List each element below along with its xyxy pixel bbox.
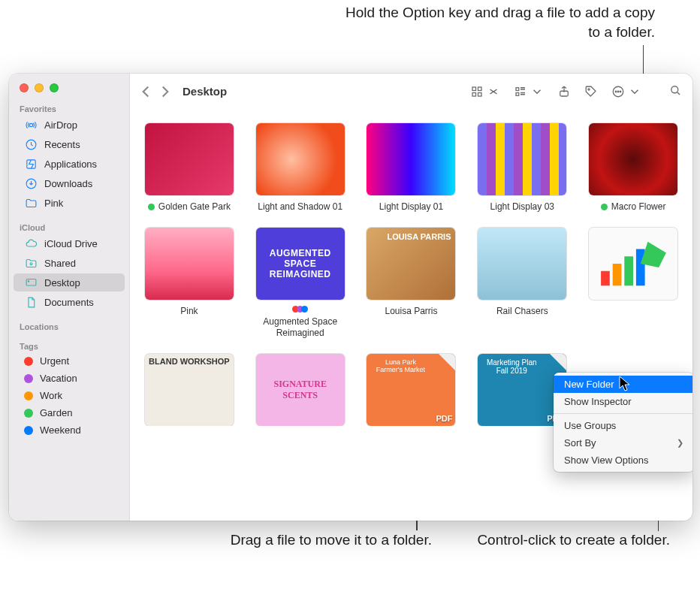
tag-label: Work <box>40 390 62 401</box>
sidebar-item-label: AirDrop <box>44 119 77 131</box>
context-menu-show-view-options[interactable]: Show View Options <box>554 452 692 469</box>
svg-rect-21 <box>613 264 622 285</box>
maximize-button[interactable] <box>50 83 59 92</box>
sidebar-item-label: Shared <box>44 258 76 269</box>
file-item[interactable]: BLAND WORKSHOP <box>142 354 237 426</box>
window-title: Desktop <box>183 85 227 98</box>
file-item[interactable] <box>586 228 680 339</box>
tag-dot-icon <box>24 391 33 400</box>
svg-point-4 <box>30 262 32 264</box>
thumbnail: AUGMENTED SPACE REIMAGINED <box>256 228 345 300</box>
cursor-icon <box>619 376 632 392</box>
svg-rect-9 <box>472 92 476 96</box>
pdf-badge: PDF <box>436 414 452 423</box>
close-button[interactable] <box>20 83 29 92</box>
toolbar: Desktop <box>130 74 692 110</box>
menu-separator <box>554 413 692 414</box>
sidebar-item-label: iCloud Drive <box>44 238 98 249</box>
forward-button[interactable] <box>155 81 175 102</box>
file-label: Pink <box>180 306 198 317</box>
context-menu-use-groups[interactable]: Use Groups <box>554 417 692 434</box>
file-item[interactable]: Luna Park Farmer's Market PDF <box>364 354 459 426</box>
file-item[interactable]: SIGNATURE SCENTS <box>253 354 348 426</box>
search-button[interactable] <box>668 83 682 99</box>
more-button[interactable] <box>611 81 641 102</box>
file-label: Light Display 03 <box>490 201 554 213</box>
tag-dot-icon <box>148 204 155 210</box>
tag-item-urgent[interactable]: Urgent <box>14 353 125 369</box>
svg-rect-10 <box>478 92 482 96</box>
tag-dot-icon <box>24 409 33 418</box>
file-item[interactable]: Rail Chasers <box>475 228 569 339</box>
file-label: Macro Flower <box>601 201 666 213</box>
tag-item-work[interactable]: Work <box>14 388 125 403</box>
svg-point-6 <box>28 280 29 281</box>
multi-tag-icon <box>292 306 308 313</box>
tag-item-garden[interactable]: Garden <box>14 405 125 421</box>
tag-item-vacation[interactable]: Vacation <box>14 370 125 386</box>
thumbnail <box>145 123 234 195</box>
file-item[interactable]: Pink <box>142 228 237 339</box>
view-mode-button[interactable] <box>470 81 500 102</box>
sidebar-item-airdrop[interactable]: AirDrop <box>14 116 125 134</box>
icloud-header: iCloud <box>9 219 129 234</box>
group-by-button[interactable] <box>514 81 544 102</box>
file-item[interactable]: Light Display 03 <box>475 123 569 213</box>
file-item[interactable]: LOUISA PARRIS Louisa Parris <box>364 228 459 339</box>
minimize-button[interactable] <box>35 83 44 92</box>
tags-button[interactable] <box>584 81 598 102</box>
context-menu-show-inspector[interactable]: Show Inspector <box>554 393 692 410</box>
tag-dot-icon <box>601 204 608 210</box>
file-label: Rail Chasers <box>496 306 548 317</box>
file-item[interactable]: Golden Gate Park <box>142 123 237 213</box>
tag-item-weekend[interactable]: Weekend <box>14 422 125 438</box>
file-item[interactable]: Light and Shadow 01 <box>253 123 348 213</box>
svg-rect-12 <box>516 92 519 95</box>
share-button[interactable] <box>557 81 571 102</box>
shared-folder-icon <box>24 256 38 270</box>
tag-label: Vacation <box>40 373 77 384</box>
window-controls <box>9 78 129 100</box>
context-menu-sort-by[interactable]: Sort By❯ <box>554 434 692 452</box>
sidebar-item-recents[interactable]: Recents <box>14 135 125 153</box>
svg-rect-11 <box>516 87 519 90</box>
tag-dot-icon <box>24 374 33 383</box>
locations-header: Locations <box>9 318 129 333</box>
thumbnail <box>145 228 234 300</box>
sidebar-item-label: Desktop <box>44 277 80 288</box>
file-item[interactable]: Light Display 01 <box>364 123 459 213</box>
chart-thumbnail-icon <box>596 234 671 293</box>
sidebar-item-desktop[interactable]: Desktop <box>14 273 125 291</box>
sidebar-item-pink[interactable]: Pink <box>14 194 125 212</box>
sidebar-item-shared[interactable]: Shared <box>14 254 125 272</box>
sidebar-item-label: Documents <box>44 297 94 308</box>
page-fold-icon <box>439 354 455 370</box>
file-label: Golden Gate Park <box>148 201 231 213</box>
svg-point-18 <box>620 91 621 92</box>
sidebar-item-documents[interactable]: Documents <box>14 293 125 311</box>
clock-icon <box>24 137 38 151</box>
file-item[interactable]: Macro Flower <box>586 123 680 213</box>
sidebar-item-label: Recents <box>44 139 80 150</box>
svg-point-19 <box>671 86 678 93</box>
file-label: Light and Shadow 01 <box>258 201 342 213</box>
callout-top: Hold the Option key and drag a file to a… <box>339 3 655 41</box>
back-button[interactable] <box>136 81 155 102</box>
sidebar-item-applications[interactable]: Applications <box>14 155 125 173</box>
tag-dot-icon <box>24 426 33 435</box>
main-area: Desktop <box>130 74 692 521</box>
sidebar-item-downloads[interactable]: Downloads <box>14 174 125 192</box>
file-label: Light Display 01 <box>379 201 443 213</box>
document-icon <box>24 295 38 309</box>
page-fold-icon <box>550 354 566 370</box>
sidebar-item-label: Downloads <box>44 178 92 189</box>
folder-icon <box>24 196 38 210</box>
applications-icon <box>24 157 38 171</box>
chevron-right-icon: ❯ <box>677 438 683 448</box>
tag-label: Weekend <box>40 424 81 436</box>
file-item[interactable]: AUGMENTED SPACE REIMAGINED Augmented Spa… <box>253 228 348 339</box>
sidebar-item-icloud-drive[interactable]: iCloud Drive <box>14 234 125 252</box>
tag-label: Garden <box>40 407 72 418</box>
svg-point-16 <box>615 91 617 92</box>
svg-rect-8 <box>478 87 482 91</box>
